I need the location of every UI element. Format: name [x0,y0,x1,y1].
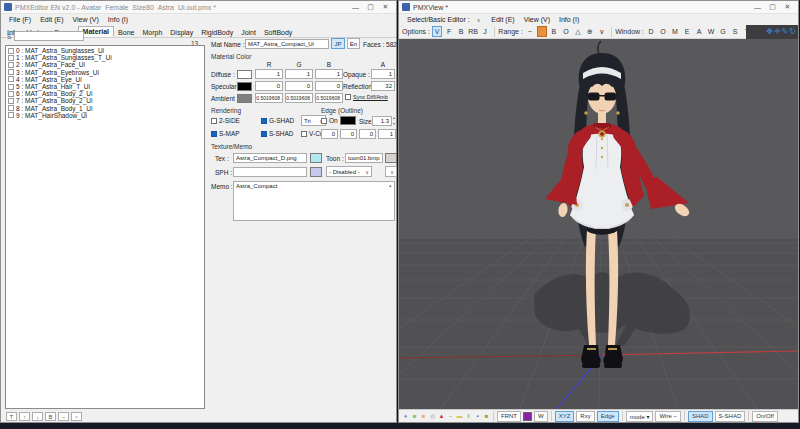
sph-mode-dropdown[interactable]: - Disabled - ∨ [326,166,372,177]
diffuse-r-field[interactable]: 1 [255,69,283,79]
ambient-r-field[interactable]: 0.5019608 [255,93,283,103]
status-icon-10[interactable]: ■ [483,413,490,419]
menu-edit[interactable]: Edit (E) [487,16,518,23]
menu-file[interactable]: File (F) [5,16,35,23]
frnt-button[interactable]: FRNT [497,411,521,422]
status-icon-8[interactable]: ‖ [465,413,472,419]
list-remove-button[interactable]: − [58,412,69,421]
list-down-button[interactable]: ↓ [32,412,43,421]
status-icon-1[interactable]: ● [402,413,409,419]
specular-g-field[interactable]: 0 [285,81,313,91]
option-j-button[interactable]: J [480,26,490,37]
range-target-button[interactable]: ⊕ [585,26,595,37]
window-w-button[interactable]: W [706,26,716,37]
close-icon[interactable]: ✕ [378,2,393,13]
onoff-button[interactable]: On/Off [752,411,778,422]
toon-shared-dropdown[interactable]: ∨ [385,166,397,177]
ambient-g-field[interactable]: 0.5019608 [285,93,313,103]
window-a-button[interactable]: A [694,26,704,37]
list-up-button[interactable]: ↑ [19,412,30,421]
maximize-icon[interactable]: ▢ [765,2,780,13]
tab-softbody[interactable]: SoftBody [260,28,296,37]
edge-g-field[interactable]: 0 [340,129,357,139]
mode-dropdown[interactable]: mode ▾ [626,411,654,422]
window-d-button[interactable]: D [646,26,656,37]
menu-info[interactable]: Info (I) [555,16,583,23]
edit-icon[interactable]: ✎ [782,28,789,36]
s-shad-button[interactable]: S-SHAD [715,411,746,422]
w-button[interactable]: W [534,411,548,422]
diffuse-color-swatch[interactable] [237,70,252,79]
s-shad-checkbox[interactable] [261,131,267,137]
material-list-item[interactable]: 2 : MAT_Astra_Face_Ui [6,61,204,68]
close-icon[interactable]: ✕ [780,2,795,13]
material-list-item[interactable]: 6 : MAT_Astra_Body_2_Ui [6,90,204,97]
option-f-button[interactable]: F [444,26,454,37]
list-bottom-button[interactable]: B [45,412,56,421]
edge-color-swatch[interactable] [340,116,356,125]
rxy-button[interactable]: Rxy [576,411,594,422]
3d-viewport[interactable] [399,39,798,411]
minimize-icon[interactable]: — [750,2,765,13]
scroll-up-icon[interactable]: ▲ [388,183,392,188]
edge-on-row[interactable]: On [321,117,338,124]
jp-name-button[interactable]: JP [331,38,345,49]
tab-rigidbody[interactable]: RigidBody [197,28,237,37]
menu-select-basic-editor[interactable]: Select/Basic Editor : [403,16,474,23]
option-v-button[interactable]: V [432,26,442,37]
bg-color-swatch[interactable] [523,412,532,421]
window-s-button[interactable]: S [730,26,740,37]
material-list-item[interactable]: 1 : MAT_Astra_Sunglasses_T_Ui [6,54,204,61]
toon-field[interactable]: toon01.bmp [345,153,383,163]
edge-b-field[interactable]: 0 [359,129,376,139]
wire-dropdown[interactable]: Wire − [655,411,681,422]
status-icon-5[interactable]: ▲ [438,413,445,419]
tab-joint[interactable]: Joint [237,28,260,37]
view-titlebar[interactable]: PMXView * — ▢ ✕ [399,1,798,14]
sync-diff-amb-label[interactable]: Sync Diff/Amb [353,94,388,100]
window-m-button[interactable]: M [670,26,680,37]
material-list-item[interactable]: 0 : MAT_Astra_Sunglasses_Ui [6,47,204,54]
diffuse-b-field[interactable]: 1 [315,69,343,79]
material-list-item[interactable]: 7 : MAT_Astra_Body_2_Ui [6,97,204,104]
material-list[interactable]: 0 : MAT_Astra_Sunglasses_Ui 1 : MAT_Astr… [5,45,205,409]
status-icon-3[interactable]: ■ [420,413,427,419]
status-icon-9[interactable]: ▪ [474,413,481,419]
edge-a-field[interactable]: 1 [378,129,396,139]
two-side-row[interactable]: 2-SIDE [211,117,240,124]
range-triangle-button[interactable]: △ [573,26,583,37]
xyz-button[interactable]: XYZ [555,411,575,422]
editor-titlebar[interactable]: PMXEditor EN v2.0 - Avatar_Female_Size80… [1,1,396,14]
rotate-icon[interactable]: ↻ [789,28,796,36]
g-shad-checkbox[interactable] [261,118,267,124]
en-name-button[interactable]: En [347,38,360,49]
material-list-item[interactable]: 4 : MAT_Astra_Eye_Ui [6,76,204,83]
reflection-field[interactable]: 32 [371,81,395,91]
s-shad-row[interactable]: S-SHAD [261,130,294,137]
window-g-button[interactable]: G [718,26,728,37]
memo-textarea[interactable]: Astra_Compact [233,181,395,221]
edge-button[interactable]: Edge [597,411,619,422]
status-icon-6[interactable]: − [447,413,454,419]
range-point-button[interactable]: − [525,26,535,37]
status-icon-4[interactable]: ◎ [429,413,436,419]
specular-b-field[interactable]: 0 [315,81,343,91]
edge-size-field[interactable]: 1.3 [372,116,392,126]
specular-color-swatch[interactable] [237,82,252,91]
ambient-color-swatch[interactable] [237,94,252,103]
sph-preview-swatch[interactable] [310,167,322,177]
range-dropdown-icon[interactable]: ∨ [597,26,607,37]
status-icon-7[interactable]: ▬ [456,413,463,419]
tex-preview-swatch[interactable] [310,153,322,163]
shad-button[interactable]: SHAD [688,411,713,422]
range-box-button[interactable] [537,26,547,37]
edge-r-field[interactable]: 0 [321,129,338,139]
menu-info[interactable]: Info (I) [104,16,132,23]
material-search-input[interactable] [14,31,84,41]
chevron-down-icon[interactable]: ∨ [477,17,481,23]
opaque-field[interactable]: 1 [371,69,395,79]
sph-field[interactable] [233,167,307,177]
ambient-b-field[interactable]: 0.5019608 [315,93,343,103]
pan-icon[interactable]: ✥ [766,28,773,36]
range-b-button[interactable]: B [549,26,559,37]
